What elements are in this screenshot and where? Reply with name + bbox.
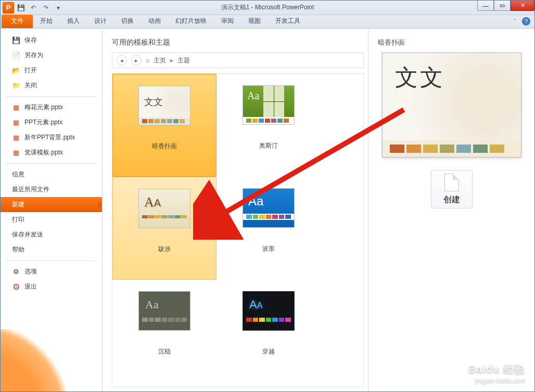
template-thumb: AA bbox=[243, 291, 295, 331]
palette bbox=[139, 215, 190, 220]
tab-file[interactable]: 文件 bbox=[2, 15, 33, 28]
save-icon: 💾 bbox=[12, 36, 20, 45]
preview-pane: 暗香扑面 文文 创建 bbox=[368, 29, 534, 391]
palette bbox=[243, 117, 294, 124]
separator bbox=[6, 260, 97, 261]
preview-thumbnail: 文文 bbox=[382, 53, 521, 158]
sidebar-saveas[interactable]: 📄另存为 bbox=[1, 48, 102, 63]
palette bbox=[243, 318, 294, 324]
palette bbox=[243, 214, 294, 220]
templates-panel: 可用的模板和主题 ◂ ▸ ⌂ 主页 ▸ 主题 文文 暗香扑面 bbox=[103, 29, 368, 391]
redo-icon[interactable]: ↷ bbox=[40, 2, 52, 14]
tab-animations[interactable]: 动画 bbox=[141, 15, 168, 28]
template-label: 跋涉 bbox=[158, 245, 171, 254]
template-thumb: Aa bbox=[138, 291, 190, 331]
create-label: 创建 bbox=[443, 194, 460, 205]
undo-icon[interactable]: ↶ bbox=[28, 2, 39, 14]
watermark-url: jingyan.baidu.com bbox=[468, 376, 525, 385]
tab-view[interactable]: 视图 bbox=[241, 15, 268, 28]
template-label: 穿越 bbox=[262, 347, 275, 356]
recent-file-2[interactable]: ▦新年PPT背景.pptx bbox=[1, 130, 102, 145]
template-thumb: 文文 bbox=[138, 86, 190, 125]
pptx-icon: ▦ bbox=[12, 149, 20, 157]
create-button[interactable]: 创建 bbox=[431, 170, 473, 208]
save-icon[interactable]: 💾 bbox=[15, 2, 27, 14]
close-icon: 📁 bbox=[12, 82, 20, 90]
nav-back-button[interactable]: ◂ bbox=[117, 55, 127, 66]
template-label: 奥斯汀 bbox=[259, 141, 278, 150]
template-label: 波形 bbox=[262, 244, 275, 253]
template-austin[interactable]: Aa 奥斯汀 bbox=[216, 74, 321, 177]
breadcrumb-home[interactable]: 主页 bbox=[154, 56, 166, 65]
preview-palette bbox=[383, 140, 521, 157]
sidebar-exit[interactable]: ⮿退出 bbox=[1, 279, 102, 294]
template-thumb: Aa bbox=[243, 85, 295, 125]
exit-icon: ⮿ bbox=[12, 283, 20, 291]
recent-file-3[interactable]: ▦党课模板.pptx bbox=[1, 145, 102, 160]
sidebar-close[interactable]: 📁关闭 bbox=[1, 78, 102, 93]
sidebar-info[interactable]: 信息 bbox=[1, 167, 102, 182]
template-chenwen[interactable]: Aa 沉稳 bbox=[112, 280, 216, 383]
template-label: 暗香扑面 bbox=[152, 142, 177, 151]
tab-transitions[interactable]: 切换 bbox=[114, 15, 141, 28]
template-chuanyue[interactable]: AA 穿越 bbox=[216, 280, 321, 383]
template-anxiang[interactable]: 文文 暗香扑面 bbox=[112, 74, 216, 177]
template-thumb: AA bbox=[138, 189, 190, 228]
close-button[interactable]: ✕ bbox=[511, 1, 534, 11]
separator bbox=[6, 96, 97, 97]
template-thumb: Aa bbox=[243, 188, 295, 228]
window-title: 演示文稿1 - Microsoft PowerPoint bbox=[1, 3, 534, 12]
open-icon: 📂 bbox=[12, 67, 20, 75]
section-title: 可用的模板和主题 bbox=[112, 38, 364, 47]
title-bar: P 💾 ↶ ↷ ▾ 演示文稿1 - Microsoft PowerPoint —… bbox=[1, 1, 534, 15]
template-list[interactable]: 文文 暗香扑面 Aa 奥斯汀 bbox=[112, 73, 364, 387]
watermark: Baidu 经验 jingyan.baidu.com bbox=[468, 362, 525, 385]
backstage-sidebar: 💾保存 📄另存为 📂打开 📁关闭 ▦梅花元素.pptx ▦PPT元素.pptx … bbox=[1, 29, 103, 391]
recent-file-0[interactable]: ▦梅花元素.pptx bbox=[1, 100, 102, 115]
separator bbox=[6, 163, 97, 164]
decorative-wave bbox=[1, 329, 103, 391]
pptx-icon: ▦ bbox=[12, 119, 20, 127]
template-bashe[interactable]: AA 跋涉 bbox=[112, 177, 216, 280]
tab-home[interactable]: 开始 bbox=[33, 15, 60, 28]
minimize-ribbon-icon[interactable]: ˆ bbox=[511, 17, 519, 25]
sidebar-recent[interactable]: 最近所用文件 bbox=[1, 182, 102, 197]
maximize-button[interactable]: ▭ bbox=[494, 1, 511, 11]
preview-title: 暗香扑面 bbox=[378, 38, 405, 47]
nav-forward-button[interactable]: ▸ bbox=[131, 55, 142, 66]
ribbon-tabs: 文件 开始 插入 设计 切换 动画 幻灯片放映 审阅 视图 开发工具 ˆ ? bbox=[1, 15, 534, 29]
pptx-icon: ▦ bbox=[12, 134, 20, 142]
minimize-button[interactable]: — bbox=[477, 1, 494, 11]
tab-developer[interactable]: 开发工具 bbox=[268, 15, 308, 28]
recent-file-1[interactable]: ▦PPT元素.pptx bbox=[1, 115, 102, 130]
template-boxing[interactable]: Aa 波形 bbox=[216, 177, 321, 280]
quick-access-toolbar: P 💾 ↶ ↷ ▾ bbox=[1, 2, 64, 14]
preview-sample-text: 文文 bbox=[383, 53, 521, 140]
sidebar-print[interactable]: 打印 bbox=[1, 212, 102, 227]
document-icon bbox=[444, 174, 459, 191]
tab-design[interactable]: 设计 bbox=[87, 15, 114, 28]
backstage-main: 可用的模板和主题 ◂ ▸ ⌂ 主页 ▸ 主题 文文 暗香扑面 bbox=[103, 29, 534, 391]
help-icon[interactable]: ? bbox=[522, 17, 530, 25]
breadcrumb: ◂ ▸ ⌂ 主页 ▸ 主题 bbox=[112, 53, 364, 68]
sidebar-new[interactable]: 新建 bbox=[1, 197, 102, 212]
sidebar-save-send[interactable]: 保存并发送 bbox=[1, 227, 102, 242]
breadcrumb-themes[interactable]: 主题 bbox=[177, 56, 190, 65]
sidebar-help[interactable]: 帮助 bbox=[1, 242, 102, 257]
sidebar-save[interactable]: 💾保存 bbox=[1, 33, 102, 48]
tab-review[interactable]: 审阅 bbox=[214, 15, 241, 28]
home-icon[interactable]: ⌂ bbox=[146, 57, 149, 64]
sidebar-open[interactable]: 📂打开 bbox=[1, 63, 102, 78]
tab-slideshow[interactable]: 幻灯片放映 bbox=[168, 15, 214, 28]
palette bbox=[139, 318, 190, 324]
sidebar-options[interactable]: ⚙选项 bbox=[1, 264, 102, 279]
chevron-right-icon: ▸ bbox=[170, 57, 173, 64]
saveas-icon: 📄 bbox=[12, 51, 20, 60]
qat-more-icon[interactable]: ▾ bbox=[53, 2, 64, 14]
app-icon[interactable]: P bbox=[3, 2, 14, 14]
palette bbox=[139, 117, 190, 125]
tab-insert[interactable]: 插入 bbox=[60, 15, 87, 28]
options-icon: ⚙ bbox=[12, 268, 20, 276]
window-controls: — ▭ ✕ bbox=[477, 1, 534, 11]
sample-text: 文文 bbox=[139, 86, 190, 117]
